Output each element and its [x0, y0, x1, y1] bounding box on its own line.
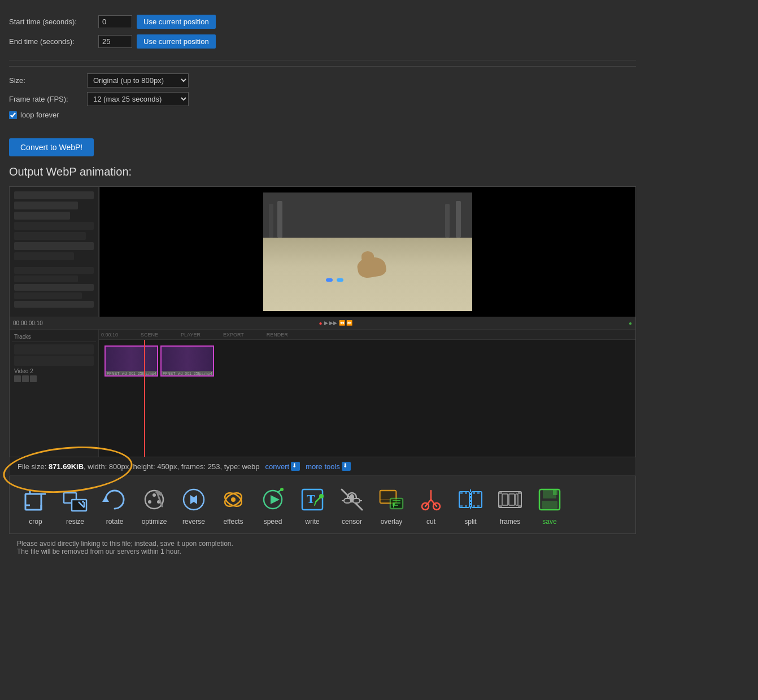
svg-rect-72 — [516, 494, 518, 505]
loop-row: loop forever — [9, 111, 636, 119]
loop-checkbox[interactable] — [9, 111, 17, 119]
svg-point-12 — [153, 493, 156, 497]
tool-crop[interactable]: crop — [18, 482, 54, 528]
timeline-content: Tracks Video 2 0:00:10 — [10, 330, 635, 457]
resize-label: resize — [66, 518, 84, 526]
svg-text:T: T — [307, 492, 315, 506]
end-time-input[interactable] — [98, 35, 132, 48]
split-icon — [455, 484, 486, 515]
tool-effects[interactable]: effects — [215, 482, 251, 528]
split-label: split — [464, 518, 476, 526]
svg-point-48 — [393, 503, 395, 505]
svg-rect-57 — [465, 492, 467, 494]
write-label: write — [305, 518, 319, 526]
size-select[interactable]: Original (up to 800px) — [87, 73, 189, 88]
tool-split[interactable]: split — [452, 482, 489, 528]
file-info-prefix: File size: — [18, 462, 49, 471]
cut-icon — [415, 484, 447, 515]
convert-link-text: convert — [265, 462, 290, 471]
svg-marker-10 — [102, 496, 109, 502]
optimize-icon — [138, 484, 170, 515]
convert-download-icon — [291, 462, 300, 471]
video-clip-2[interactable]: FFNET_vid_001_25fps.mp4 — [160, 345, 214, 377]
convert-button[interactable]: Convert to WebP! — [9, 138, 94, 156]
tool-save[interactable]: save — [532, 482, 568, 528]
svg-rect-56 — [460, 505, 463, 508]
size-row: Size: Original (up to 800px) — [9, 73, 636, 88]
save-icon — [534, 484, 565, 515]
svg-point-14 — [148, 500, 151, 504]
tool-overlay[interactable]: overlay — [373, 482, 410, 528]
timeline-tracks: 0:00:10 SCENE PLAYER EXPORT RENDER FFNET… — [99, 330, 635, 457]
video-clip-1[interactable]: FFNET_vid_001_25fps.mp4 — [104, 345, 158, 377]
end-time-row: End time (seconds): Use current position — [9, 34, 636, 49]
reverse-icon — [178, 484, 210, 515]
frames-icon — [494, 484, 526, 515]
tool-resize[interactable]: resize — [57, 482, 93, 528]
censor-icon — [336, 484, 368, 515]
reverse-label: reverse — [182, 518, 205, 526]
end-time-label: End time (seconds): — [9, 37, 94, 46]
tool-reverse[interactable]: reverse — [176, 482, 212, 528]
svg-point-30 — [319, 494, 324, 498]
file-info-bar: File size: 871.69KiB, width: 800px, heig… — [9, 457, 636, 476]
svg-rect-0 — [25, 494, 41, 510]
censor-label: censor — [342, 518, 362, 526]
settings-section: Size: Original (up to 800px) Frame rate … — [9, 66, 636, 129]
tool-censor[interactable]: censor — [334, 482, 370, 528]
timeline-area: 00:00:00:10 ● ▶ ▶▶ ⏪ ⏩ ● Tracks Video 2 — [10, 317, 635, 457]
optimize-label: optimize — [142, 518, 167, 526]
start-time-input[interactable] — [98, 15, 132, 28]
frames-label: frames — [500, 518, 521, 526]
crop-icon — [20, 484, 51, 515]
svg-rect-43 — [390, 498, 403, 509]
more-tools-download-icon — [342, 462, 351, 471]
svg-rect-36 — [353, 498, 360, 503]
notice-line1: Please avoid directly linking to this fi… — [17, 540, 628, 548]
tool-rotate[interactable]: rotate — [97, 482, 133, 528]
cut-label: cut — [426, 518, 435, 526]
output-heading: Output WebP animation: — [9, 165, 636, 178]
svg-rect-62 — [477, 492, 480, 494]
tool-optimize[interactable]: optimize — [136, 482, 172, 528]
svg-rect-54 — [459, 492, 469, 508]
svg-rect-55 — [460, 492, 463, 494]
convert-link[interactable]: convert — [265, 462, 300, 471]
svg-rect-76 — [542, 501, 557, 509]
fps-select[interactable]: 12 (max 25 seconds) — [87, 92, 189, 106]
svg-rect-59 — [472, 492, 482, 508]
svg-rect-58 — [465, 505, 467, 508]
more-tools-link[interactable]: more tools — [306, 462, 351, 471]
notice-section: Please avoid directly linking to this fi… — [9, 534, 636, 563]
overlay-label: overlay — [381, 518, 403, 526]
svg-rect-35 — [344, 498, 351, 503]
speed-icon — [257, 484, 289, 515]
svg-rect-68 — [518, 492, 521, 494]
svg-rect-69 — [518, 505, 521, 508]
save-label: save — [542, 518, 556, 526]
overlay-icon — [376, 484, 407, 515]
video-preview-area — [100, 187, 635, 317]
tool-cut[interactable]: cut — [413, 482, 449, 528]
tools-bar: crop resize rot — [9, 476, 636, 534]
convert-section: Convert to WebP! — [9, 138, 636, 156]
timeline-labels: Tracks Video 2 — [10, 330, 99, 457]
tool-write[interactable]: T write — [294, 482, 330, 528]
tool-frames[interactable]: frames — [492, 482, 528, 528]
size-label: Size: — [9, 76, 82, 85]
video-editor: 00:00:00:10 ● ▶ ▶▶ ⏪ ⏩ ● Tracks Video 2 — [9, 186, 636, 457]
fps-label: Frame rate (FPS): — [9, 95, 82, 103]
write-icon: T — [297, 484, 328, 515]
start-time-label: Start time (seconds): — [9, 18, 94, 26]
timeline-ruler: 0:00:10 SCENE PLAYER EXPORT RENDER — [99, 330, 635, 340]
tool-speed[interactable]: speed — [255, 482, 291, 528]
rotate-label: rotate — [106, 518, 124, 526]
time-form: Start time (seconds): Use current positi… — [9, 9, 636, 60]
loop-label: loop forever — [20, 111, 59, 119]
end-use-current-button[interactable]: Use current position — [137, 34, 216, 49]
svg-rect-61 — [473, 505, 475, 508]
svg-rect-67 — [499, 505, 502, 508]
start-use-current-button[interactable]: Use current position — [137, 15, 216, 29]
crop-label: crop — [29, 518, 42, 526]
svg-point-26 — [280, 488, 284, 491]
